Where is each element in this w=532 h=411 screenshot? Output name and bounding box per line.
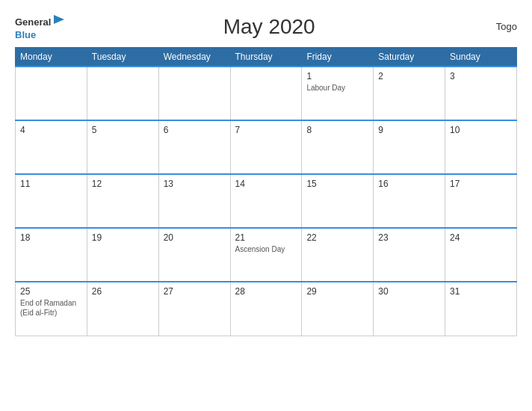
calendar-cell: 19 [87, 228, 158, 282]
calendar-week-row: 1Labour Day23 [16, 67, 517, 120]
calendar-week-row: 11121314151617 [16, 174, 517, 228]
calendar-cell: 14 [230, 174, 302, 228]
day-event: Ascension Day [235, 244, 297, 254]
calendar-cell: 12 [87, 174, 158, 228]
col-tuesday: Tuesday [87, 48, 158, 67]
day-number: 1 [306, 71, 368, 81]
day-event: Labour Day [306, 83, 368, 93]
col-monday: Monday [16, 48, 87, 67]
calendar-cell: 23 [374, 228, 445, 282]
day-number: 19 [92, 232, 154, 243]
day-number: 3 [450, 71, 512, 81]
logo-blue: Blue [15, 30, 36, 40]
calendar-cell [230, 67, 302, 120]
calendar-page: General Blue May 2020 Togo Monday Tuesda… [0, 0, 532, 411]
calendar-cell: 2 [374, 67, 445, 120]
day-number: 27 [164, 286, 226, 297]
calendar-cell: 29 [302, 282, 374, 336]
calendar-cell: 9 [374, 120, 445, 174]
logo: General Blue [15, 13, 66, 40]
calendar-cell: 1Labour Day [302, 67, 374, 120]
day-number: 13 [164, 179, 226, 189]
calendar-cell: 7 [230, 120, 302, 174]
calendar-cell: 16 [374, 174, 445, 228]
day-number: 30 [378, 286, 440, 297]
calendar-week-row: 25End of Ramadan (Eid al-Fitr)2627282930… [16, 282, 517, 336]
day-number: 10 [450, 125, 512, 135]
header: General Blue May 2020 Togo [15, 13, 517, 40]
day-number: 31 [450, 286, 512, 297]
calendar-cell: 4 [16, 120, 87, 174]
day-number: 6 [164, 125, 226, 135]
calendar-cell: 28 [230, 282, 302, 336]
day-number: 25 [20, 286, 82, 297]
col-thursday: Thursday [230, 48, 302, 67]
calendar-week-row: 45678910 [16, 120, 517, 174]
day-number: 17 [450, 179, 512, 189]
day-number: 9 [378, 125, 440, 135]
svg-marker-0 [54, 15, 64, 24]
calendar-cell: 17 [445, 174, 517, 228]
month-title: May 2020 [66, 15, 472, 39]
col-wednesday: Wednesday [158, 48, 230, 67]
calendar-week-row: 18192021Ascension Day222324 [16, 228, 517, 282]
col-sunday: Sunday [445, 48, 517, 67]
day-number: 18 [20, 232, 82, 243]
calendar-cell [87, 67, 158, 120]
calendar-cell: 25End of Ramadan (Eid al-Fitr) [16, 282, 87, 336]
calendar-cell: 30 [374, 282, 445, 336]
calendar-cell: 31 [445, 282, 517, 336]
country-label: Togo [472, 21, 517, 32]
day-number: 14 [235, 179, 297, 189]
calendar-cell: 3 [445, 67, 517, 120]
day-number: 21 [235, 232, 297, 243]
calendar-cell: 13 [158, 174, 230, 228]
day-event: End of Ramadan (Eid al-Fitr) [20, 298, 82, 318]
day-number: 23 [378, 232, 440, 243]
calendar-cell: 26 [87, 282, 158, 336]
day-number: 16 [378, 179, 440, 189]
calendar-cell: 8 [302, 120, 374, 174]
day-number: 20 [164, 232, 226, 243]
day-number: 22 [306, 232, 368, 243]
day-number: 2 [378, 71, 440, 81]
logo-general: General [15, 17, 51, 27]
day-number: 28 [235, 286, 297, 297]
day-number: 5 [92, 125, 154, 135]
calendar-cell: 6 [158, 120, 230, 174]
day-number: 4 [20, 125, 82, 135]
day-number: 7 [235, 125, 297, 135]
day-number: 12 [92, 179, 154, 189]
calendar-cell: 20 [158, 228, 230, 282]
calendar-table: Monday Tuesday Wednesday Thursday Friday… [15, 47, 517, 336]
calendar-cell: 11 [16, 174, 87, 228]
calendar-cell: 21Ascension Day [230, 228, 302, 282]
calendar-cell [158, 67, 230, 120]
calendar-cell: 24 [445, 228, 517, 282]
col-friday: Friday [302, 48, 374, 67]
day-number: 11 [20, 179, 82, 189]
calendar-cell: 22 [302, 228, 374, 282]
calendar-header-row: Monday Tuesday Wednesday Thursday Friday… [16, 48, 517, 67]
day-number: 15 [306, 179, 368, 189]
calendar-cell: 5 [87, 120, 158, 174]
calendar-cell [16, 67, 87, 120]
day-number: 24 [450, 232, 512, 243]
calendar-cell: 15 [302, 174, 374, 228]
calendar-cell: 18 [16, 228, 87, 282]
col-saturday: Saturday [374, 48, 445, 67]
day-number: 26 [92, 286, 154, 297]
calendar-cell: 27 [158, 282, 230, 336]
logo-flag-icon [52, 13, 66, 30]
day-number: 29 [306, 286, 368, 297]
calendar-cell: 10 [445, 120, 517, 174]
day-number: 8 [306, 125, 368, 135]
